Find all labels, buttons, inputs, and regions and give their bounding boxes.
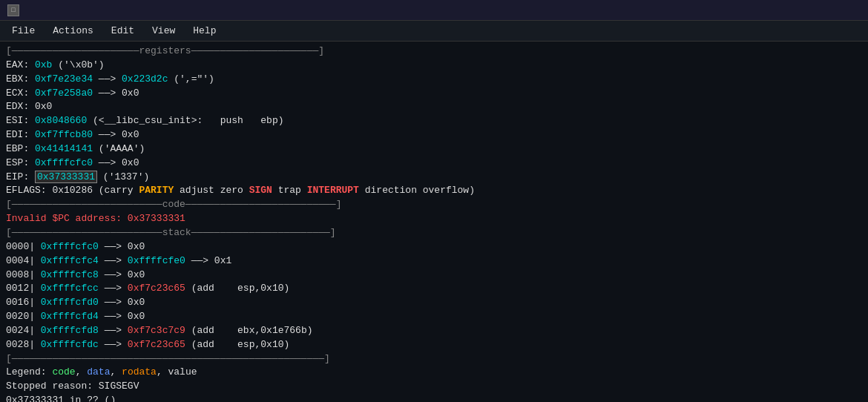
- titlebar: □: [0, 0, 868, 21]
- terminal-line-s0024: 0024| 0xffffcfd8 ——> 0xf7c3c7c9 (add ebx…: [6, 324, 862, 338]
- terminal-icon: □: [7, 4, 19, 16]
- menu-edit[interactable]: Edit: [104, 23, 142, 39]
- terminal-line-s0028: 0028| 0xffffcfdc ——> 0xf7c23c65 (add esp…: [6, 338, 862, 352]
- terminal-line-code-divider: [——————————————————————————code—————————…: [6, 198, 862, 212]
- terminal-line-reg-divider: [——————————————————————registers————————…: [6, 45, 862, 59]
- terminal-line-s0008: 0008| 0xffffcfc8 ——> 0x0: [6, 268, 862, 283]
- terminal-line-s0000: 0000| 0xffffcfc0 ——> 0x0: [6, 240, 862, 254]
- menu-file[interactable]: File: [4, 23, 42, 39]
- terminal-line-edi: EDI: 0xf7ffcb80 ——> 0x0: [6, 128, 862, 142]
- terminal-line-legend: Legend: code, data, rodata, value: [6, 366, 862, 380]
- menu-view[interactable]: View: [145, 23, 183, 39]
- terminal-line-stack-divider: [——————————————————————————stack————————…: [6, 226, 862, 240]
- terminal-line-s0020: 0020| 0xffffcfd4 ——> 0x0: [6, 310, 862, 324]
- menu-help[interactable]: Help: [185, 23, 223, 39]
- terminal-line-s0004: 0004| 0xffffcfc4 ——> 0xffffcfe0 ——> 0x1: [6, 254, 862, 268]
- terminal-line-end-divider: [———————————————————————————————————————…: [6, 352, 862, 366]
- terminal-line-addr-line: 0x37333331 in ?? (): [6, 394, 862, 402]
- terminal-line-edx: EDX: 0x0: [6, 100, 862, 114]
- terminal-line-ecx: ECX: 0xf7e258a0 ——> 0x0: [6, 87, 862, 101]
- terminal-line-esi: ESI: 0x8048660 (<__libc_csu_init>: push …: [6, 114, 862, 128]
- terminal-line-ebp: EBP: 0x41414141 ('AAAA'): [6, 142, 862, 156]
- terminal-line-eax: EAX: 0xb ('\x0b'): [6, 59, 862, 73]
- menu-actions[interactable]: Actions: [45, 23, 101, 39]
- terminal-line-s0016: 0016| 0xffffcfd0 ——> 0x0: [6, 296, 862, 310]
- terminal-line-ebx: EBX: 0xf7e23e34 ——> 0x223d2c (',="'): [6, 73, 862, 87]
- terminal-line-invalid-pc: Invalid $PC address: 0x37333331: [6, 212, 862, 226]
- terminal-line-eip: EIP: 0x37333331 ('1337'): [6, 171, 862, 185]
- terminal-line-s0012: 0012| 0xffffcfcc ——> 0xf7c23c65 (add esp…: [6, 282, 862, 296]
- terminal[interactable]: [——————————————————————registers————————…: [0, 42, 868, 402]
- menubar: File Actions Edit View Help: [0, 21, 868, 42]
- titlebar-left: □: [7, 4, 25, 16]
- terminal-line-eflags: EFLAGS: 0x10286 (carry PARITY adjust zer…: [6, 184, 862, 198]
- terminal-line-stopped: Stopped reason: SIGSEGV: [6, 380, 862, 394]
- terminal-line-esp: ESP: 0xffffcfc0 ——> 0x0: [6, 156, 862, 171]
